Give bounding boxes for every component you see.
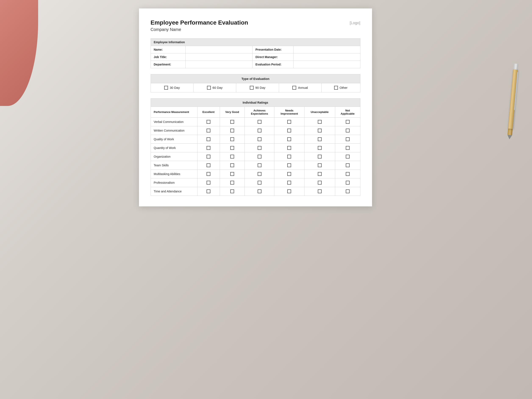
col-header-needs: NeedsImprovement (274, 107, 304, 117)
org-needs[interactable] (274, 152, 304, 161)
team-verygood[interactable] (220, 161, 245, 170)
org-achieves[interactable] (245, 152, 274, 161)
org-unacceptable[interactable] (304, 152, 335, 161)
verbal-notapplicable[interactable] (335, 117, 360, 126)
org-excellent[interactable] (197, 152, 220, 161)
prof-excellent[interactable] (197, 178, 220, 187)
team-needs[interactable] (274, 161, 304, 170)
written-needs[interactable] (274, 126, 304, 135)
eval-option-90day[interactable]: 90 Day (236, 83, 279, 92)
multi-achieves[interactable] (245, 170, 274, 178)
pen-top (513, 63, 518, 70)
eval-option-annual[interactable]: Annual (279, 83, 321, 92)
perf-written-communication: Written Communication (151, 126, 197, 135)
verbal-excellent[interactable] (197, 117, 220, 126)
multi-unacceptable[interactable] (304, 170, 335, 178)
prof-needs[interactable] (274, 178, 304, 187)
quality-notapplicable[interactable] (335, 135, 360, 143)
time-achieves[interactable] (245, 187, 274, 196)
team-notapplicable[interactable] (335, 161, 360, 170)
document-header: Employee Performance Evaluation Company … (151, 19, 360, 32)
employee-info-header: Employee Information (151, 38, 360, 46)
verbal-achieves[interactable] (245, 117, 274, 126)
written-achieves[interactable] (245, 126, 274, 135)
checkbox-90day[interactable] (250, 86, 253, 90)
presentation-date-value[interactable] (293, 46, 360, 53)
quality-unacceptable[interactable] (304, 135, 335, 143)
perf-verbal-communication: Verbal Communication (151, 117, 197, 126)
time-verygood[interactable] (220, 187, 245, 196)
perf-team-skills: Team Skills (151, 161, 197, 170)
written-excellent[interactable] (197, 126, 220, 135)
perf-multitasking: Multitasking Abilities (151, 170, 197, 178)
pen-tip (507, 135, 512, 139)
multi-verygood[interactable] (220, 170, 245, 178)
org-verygood[interactable] (220, 152, 245, 161)
direct-manager-value[interactable] (293, 53, 360, 61)
quantity-verygood[interactable] (220, 143, 245, 152)
quality-achieves[interactable] (245, 135, 274, 143)
col-header-notapplicable: NotApplicable (335, 107, 360, 117)
prof-achieves[interactable] (245, 178, 274, 187)
prof-notapplicable[interactable] (335, 178, 360, 187)
checkbox-60day[interactable] (207, 86, 211, 90)
checkbox-other[interactable] (334, 86, 338, 90)
quality-needs[interactable] (274, 135, 304, 143)
verbal-verygood[interactable] (220, 117, 245, 126)
employee-info-table: Employee Information Name: Presentation … (151, 38, 360, 68)
time-unacceptable[interactable] (304, 187, 335, 196)
prof-verygood[interactable] (220, 178, 245, 187)
label-90day: 90 Day (255, 86, 266, 89)
multi-needs[interactable] (274, 170, 304, 178)
row-quantity-of-work: Quantity of Work (151, 143, 360, 152)
perf-professionalism: Professionalism (151, 178, 197, 187)
col-header-excellent: Excellent (197, 107, 220, 117)
document-title: Employee Performance Evaluation (151, 19, 248, 26)
written-notapplicable[interactable] (335, 126, 360, 135)
name-value[interactable] (185, 46, 252, 53)
col-header-achieves: AchievesExpectations (245, 107, 274, 117)
presentation-date-label: Presentation Date: (252, 46, 293, 53)
quantity-notapplicable[interactable] (335, 143, 360, 152)
multi-excellent[interactable] (197, 170, 220, 178)
individual-ratings-table: Individual Ratings Performance Measureme… (151, 98, 360, 196)
department-label: Department: (151, 61, 185, 68)
quantity-unacceptable[interactable] (304, 143, 335, 152)
row-multitasking: Multitasking Abilities (151, 170, 360, 178)
perf-quantity-of-work: Quantity of Work (151, 143, 197, 152)
checkbox-annual[interactable] (292, 86, 296, 90)
label-60day: 60 Day (213, 86, 223, 89)
eval-type-header: Type of Evaluation (151, 74, 360, 83)
org-notapplicable[interactable] (335, 152, 360, 161)
quantity-achieves[interactable] (245, 143, 274, 152)
team-achieves[interactable] (245, 161, 274, 170)
quantity-needs[interactable] (274, 143, 304, 152)
name-label: Name: (151, 46, 185, 53)
time-excellent[interactable] (197, 187, 220, 196)
col-header-verygood: Very Good (220, 107, 245, 117)
department-value[interactable] (185, 61, 252, 68)
team-excellent[interactable] (197, 161, 220, 170)
job-title-value[interactable] (185, 53, 252, 61)
verbal-unacceptable[interactable] (304, 117, 335, 126)
row-team-skills: Team Skills (151, 161, 360, 170)
time-needs[interactable] (274, 187, 304, 196)
row-professionalism: Professionalism (151, 178, 360, 187)
multi-notapplicable[interactable] (335, 170, 360, 178)
written-unacceptable[interactable] (304, 126, 335, 135)
eval-type-table: Type of Evaluation 30 Day 60 Day (151, 74, 360, 92)
team-unacceptable[interactable] (304, 161, 335, 170)
quality-verygood[interactable] (220, 135, 245, 143)
eval-option-60day[interactable]: 60 Day (193, 83, 236, 92)
eval-option-other[interactable]: Other (321, 83, 360, 92)
checkbox-30day[interactable] (164, 86, 168, 90)
verbal-needs[interactable] (274, 117, 304, 126)
evaluation-period-value[interactable] (293, 61, 360, 68)
quality-excellent[interactable] (197, 135, 220, 143)
time-notapplicable[interactable] (335, 187, 360, 196)
quantity-excellent[interactable] (197, 143, 220, 152)
eval-option-30day[interactable]: 30 Day (151, 83, 193, 92)
written-verygood[interactable] (220, 126, 245, 135)
individual-ratings-header: Individual Ratings (151, 98, 360, 107)
prof-unacceptable[interactable] (304, 178, 335, 187)
